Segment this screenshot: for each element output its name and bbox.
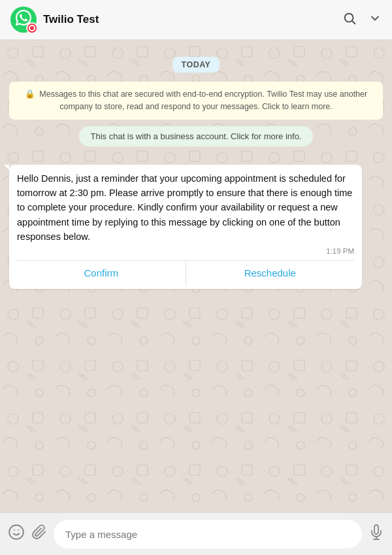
reschedule-button[interactable]: Reschedule bbox=[186, 261, 355, 285]
quick-reply-container: Confirm Reschedule bbox=[17, 260, 354, 285]
svg-line-1 bbox=[352, 21, 355, 24]
lock-icon: 🔒 bbox=[25, 90, 35, 99]
chat-background: TODAY 🔒 Messages to this chat are secure… bbox=[0, 40, 392, 513]
avatar bbox=[10, 7, 37, 33]
message-wrapper: Hello Dennis, just a reminder that your … bbox=[9, 165, 383, 289]
message-input[interactable] bbox=[54, 520, 362, 548]
header-actions bbox=[342, 11, 382, 29]
encryption-notice[interactable]: 🔒 Messages to this chat are secured with… bbox=[9, 82, 383, 120]
message-text: Hello Dennis, just a reminder that your … bbox=[17, 171, 354, 244]
chat-title: Twilio Test bbox=[43, 13, 342, 26]
emoji-icon[interactable] bbox=[8, 524, 25, 545]
message-time: 1:19 PM bbox=[17, 247, 354, 255]
search-icon[interactable] bbox=[342, 11, 357, 29]
chat-header: Twilio Test bbox=[0, 0, 392, 40]
confirm-button[interactable]: Confirm bbox=[17, 261, 186, 285]
date-label: TODAY bbox=[172, 57, 220, 73]
message-bubble: Hello Dennis, just a reminder that your … bbox=[9, 165, 362, 289]
date-badge: TODAY bbox=[9, 57, 383, 73]
twilio-badge bbox=[26, 22, 38, 34]
encryption-text: Messages to this chat are secured with e… bbox=[39, 90, 367, 111]
attachment-icon[interactable] bbox=[31, 524, 47, 544]
input-area bbox=[0, 513, 392, 555]
mic-icon[interactable] bbox=[368, 524, 384, 544]
business-notice-wrapper: This chat is with a business account. Cl… bbox=[9, 126, 383, 156]
chevron-down-icon[interactable] bbox=[368, 12, 382, 28]
business-notice[interactable]: This chat is with a business account. Cl… bbox=[79, 126, 314, 146]
svg-point-2 bbox=[9, 525, 24, 539]
